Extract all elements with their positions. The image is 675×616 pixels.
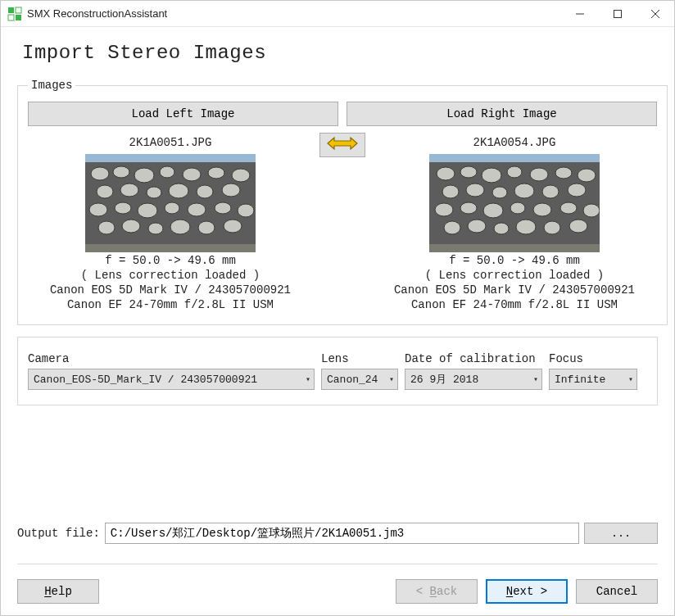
svg-point-48: [466, 183, 484, 197]
left-image-thumbnail: [85, 154, 256, 252]
svg-point-54: [460, 202, 477, 214]
svg-rect-10: [85, 244, 256, 252]
svg-point-44: [530, 168, 548, 181]
browse-output-button[interactable]: ...: [584, 523, 658, 544]
wizard-footer: Help < Back Next > Cancel: [1, 579, 674, 615]
load-left-button[interactable]: Load Left Image: [28, 102, 338, 126]
right-image-thumbnail: [429, 154, 600, 252]
svg-point-30: [238, 204, 254, 217]
svg-point-56: [510, 202, 525, 214]
svg-point-32: [122, 220, 140, 233]
next-button[interactable]: Next >: [486, 579, 568, 604]
left-camera: Canon EOS 5D Mark IV / 243057000921: [28, 283, 313, 297]
left-image-panel: 2K1A0051.JPG: [28, 133, 313, 311]
svg-point-27: [165, 202, 179, 214]
svg-point-41: [460, 166, 477, 178]
focus-combo[interactable]: Infinite: [549, 369, 637, 390]
page-title: Import Stereo Images: [22, 42, 658, 64]
svg-point-19: [120, 183, 138, 197]
output-file-label: Output file:: [17, 527, 100, 540]
svg-point-36: [224, 220, 242, 233]
svg-point-25: [115, 202, 131, 214]
help-text: elp: [52, 585, 72, 598]
focus-label: Focus: [549, 352, 637, 365]
camera-combo[interactable]: Canon_EOS-5D_Mark_IV / 243057000921: [28, 369, 315, 390]
date-combo-value: 26 9月 2018: [410, 372, 478, 387]
lens-combo-value: Canon_24: [327, 374, 378, 386]
svg-point-53: [435, 203, 453, 216]
close-button[interactable]: [636, 1, 674, 27]
camera-label: Camera: [28, 352, 315, 365]
svg-point-47: [442, 185, 459, 198]
footer-divider: [17, 564, 658, 564]
load-right-button[interactable]: Load Right Image: [347, 102, 657, 126]
svg-point-12: [113, 166, 129, 178]
svg-rect-3: [16, 15, 21, 20]
right-lens-status: ( Lens correction loaded ): [372, 269, 657, 282]
cancel-button[interactable]: Cancel: [576, 579, 658, 604]
svg-point-42: [482, 168, 501, 183]
maximize-button[interactable]: [599, 1, 636, 27]
window-title: SMX ReconstructionAssistant: [27, 7, 561, 20]
svg-point-21: [169, 183, 188, 198]
swap-arrow-icon: [326, 134, 359, 156]
svg-point-62: [494, 223, 509, 234]
svg-point-57: [533, 203, 551, 216]
right-focal: f = 50.0 -> 49.6 mm: [372, 254, 657, 267]
svg-point-16: [208, 167, 224, 179]
camera-combo-value: Canon_EOS-5D_Mark_IV / 243057000921: [34, 374, 257, 386]
right-filename: 2K1A0054.JPG: [372, 136, 657, 149]
content-area: Import Stereo Images Images Load Left Im…: [1, 27, 674, 579]
date-combo[interactable]: 26 9月 2018: [405, 369, 542, 390]
svg-point-64: [544, 221, 560, 234]
svg-point-63: [516, 220, 536, 234]
lens-combo[interactable]: Canon_24: [321, 369, 398, 390]
app-window: SMX ReconstructionAssistant Import Stere…: [0, 0, 675, 616]
right-lens: Canon EF 24-70mm f/2.8L II USM: [372, 298, 657, 311]
svg-point-52: [568, 183, 586, 197]
svg-rect-5: [614, 10, 622, 17]
svg-point-29: [215, 202, 231, 214]
svg-point-49: [492, 187, 507, 198]
svg-point-28: [188, 203, 206, 216]
svg-point-24: [89, 203, 107, 216]
minimize-button[interactable]: [561, 1, 599, 27]
titlebar: SMX ReconstructionAssistant: [1, 1, 674, 27]
svg-point-59: [583, 204, 600, 217]
svg-point-17: [232, 169, 250, 182]
right-camera: Canon EOS 5D Mark IV / 243057000921: [372, 283, 657, 297]
svg-point-50: [514, 183, 534, 198]
svg-point-15: [183, 168, 201, 181]
svg-point-23: [222, 183, 240, 197]
svg-point-55: [483, 203, 503, 218]
svg-point-33: [148, 223, 163, 234]
svg-point-45: [555, 167, 572, 179]
back-button[interactable]: < Back: [396, 579, 478, 604]
svg-point-35: [198, 221, 215, 234]
svg-point-31: [98, 221, 115, 234]
svg-rect-39: [429, 244, 600, 252]
output-file-input[interactable]: [105, 523, 579, 544]
images-group: Images Load Left Image Load Right Image …: [17, 79, 668, 325]
images-legend: Images: [28, 79, 75, 92]
right-image-panel: 2K1A0054.JPG: [372, 133, 657, 311]
left-filename: 2K1A0051.JPG: [28, 136, 313, 149]
svg-rect-0: [8, 7, 14, 13]
svg-rect-1: [16, 7, 21, 13]
svg-point-11: [91, 167, 109, 180]
help-button[interactable]: Help: [17, 579, 99, 604]
swap-images-button[interactable]: [319, 133, 365, 157]
svg-point-20: [147, 187, 161, 198]
svg-rect-38: [429, 154, 600, 162]
lens-label: Lens: [321, 352, 398, 365]
focus-combo-value: Infinite: [555, 374, 605, 386]
window-controls: [561, 1, 674, 27]
svg-point-43: [507, 166, 522, 178]
svg-point-65: [569, 220, 587, 233]
svg-point-14: [160, 166, 174, 178]
svg-point-18: [97, 185, 113, 198]
svg-point-61: [468, 220, 486, 233]
left-lens: Canon EF 24-70mm f/2.8L II USM: [28, 298, 313, 311]
left-focal: f = 50.0 -> 49.6 mm: [28, 254, 313, 267]
svg-point-34: [170, 220, 190, 234]
